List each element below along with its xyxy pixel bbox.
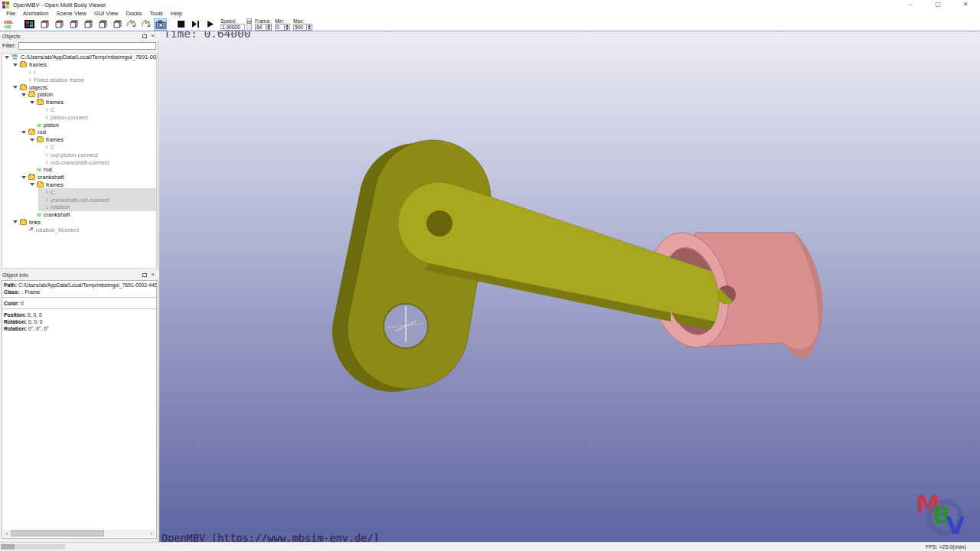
tree-item-content: frames bbox=[13, 61, 156, 69]
tree-item-links[interactable]: links bbox=[2, 219, 156, 227]
expand-arrow-icon[interactable] bbox=[30, 101, 34, 104]
tree-item-fixed-relative-frame[interactable]: ↓Fixed relative frame bbox=[2, 76, 156, 83]
rotate-cw-button[interactable] bbox=[139, 18, 152, 31]
tree-item-frames[interactable]: frames bbox=[2, 136, 156, 144]
close-button[interactable]: ✕ bbox=[960, 1, 971, 8]
menu-file[interactable]: File bbox=[2, 10, 19, 17]
folder-icon bbox=[28, 92, 35, 97]
menu-help[interactable]: Help bbox=[167, 10, 186, 17]
body-iv-icon: iv bbox=[37, 212, 41, 217]
camera-button[interactable] bbox=[154, 18, 167, 31]
tree-item-rotation-moment[interactable]: ↗rotation_Moment bbox=[2, 226, 156, 233]
expand-arrow-icon[interactable] bbox=[13, 86, 18, 89]
object-info-title: Object Info bbox=[2, 272, 28, 278]
tree-item-label: piston-connect bbox=[51, 114, 88, 121]
body-iv-icon: iv bbox=[37, 167, 41, 172]
max-input[interactable]: 500 bbox=[293, 24, 307, 31]
play-button[interactable] bbox=[204, 18, 217, 31]
open-file-button[interactable]: XMLHS bbox=[2, 18, 15, 31]
min-spinner[interactable] bbox=[285, 24, 290, 31]
tree-item-c[interactable]: ↓C bbox=[2, 188, 156, 196]
tree-item-content: crankshaft bbox=[21, 174, 156, 181]
view-front-button[interactable] bbox=[67, 18, 80, 31]
tree-item-rod-crankshaft-connect[interactable]: ↓rod-crankshaft-connect bbox=[2, 158, 156, 166]
view-back-button[interactable] bbox=[81, 18, 94, 31]
tree-item-frames[interactable]: frames bbox=[2, 61, 156, 69]
last-frame-button[interactable] bbox=[189, 18, 202, 31]
rotate-ccw-button[interactable] bbox=[125, 18, 138, 31]
expand-arrow-icon[interactable] bbox=[5, 56, 9, 59]
tree-item-crankshaft[interactable]: crankshaft bbox=[2, 174, 156, 181]
tree-item-rod[interactable]: ivrod bbox=[2, 166, 156, 174]
tree-item-crankshaft-rod-connect[interactable]: ↓crankshaft-rod-connect bbox=[2, 196, 156, 204]
objects-float-icon[interactable] bbox=[142, 34, 147, 38]
view-top-button[interactable] bbox=[38, 18, 51, 31]
maximize-button[interactable]: ▢ bbox=[933, 1, 943, 8]
folder-icon bbox=[20, 220, 27, 225]
expand-arrow-icon[interactable] bbox=[21, 131, 26, 134]
object-info-close-icon[interactable]: × bbox=[151, 272, 155, 278]
expand-arrow-icon[interactable] bbox=[13, 64, 18, 67]
tree-item-frames[interactable]: frames bbox=[2, 181, 156, 189]
frame-control: Frame: 64 bbox=[255, 18, 272, 31]
object-color: Color: 0 bbox=[2, 300, 156, 307]
max-spinner[interactable] bbox=[307, 24, 312, 31]
tree-item-content: frames bbox=[30, 181, 156, 189]
tree-item-piston[interactable]: piston bbox=[2, 91, 156, 99]
menu-gui-view[interactable]: GUI View bbox=[90, 10, 122, 17]
tree-item-label: frames bbox=[46, 99, 64, 106]
scroll-right-icon[interactable]: › bbox=[148, 531, 155, 536]
tree-item-frames[interactable]: frames bbox=[2, 99, 156, 106]
expand-arrow-icon[interactable] bbox=[30, 183, 34, 186]
frame-icon: ↓ bbox=[45, 114, 48, 120]
3d-viewport[interactable]: Time: 0.64000 OpenMBV [https://www.mbsim… bbox=[159, 31, 980, 542]
tree-item-rod[interactable]: rod bbox=[2, 129, 156, 136]
objects-close-icon[interactable]: × bbox=[151, 33, 155, 39]
menu-docks[interactable]: Docks bbox=[122, 10, 145, 17]
frame-input[interactable]: 64 bbox=[255, 24, 266, 31]
tree-item-c-users-ab-appdata-local-temp-mbsimgui-7[interactable]: XMLHSC:/Users/ab/AppData/Local/Temp/mbsi… bbox=[2, 54, 156, 61]
view-right-button[interactable] bbox=[110, 18, 123, 31]
view-top-icon bbox=[39, 19, 50, 29]
menu-scene-view[interactable]: Scene View bbox=[52, 10, 90, 17]
openmbv-window: OpenMBV - Open Multi Body Viewer –▢✕ Fil… bbox=[0, 0, 980, 551]
expand-arrow-icon[interactable] bbox=[13, 220, 18, 223]
tree-item-c[interactable]: ↓C bbox=[2, 144, 156, 152]
view-left-button[interactable] bbox=[96, 18, 109, 31]
background-color-button[interactable] bbox=[23, 18, 36, 31]
tree-item-i[interactable]: ↓I bbox=[2, 69, 156, 77]
speed-slider[interactable] bbox=[247, 18, 252, 31]
fps-display: FPS: >25.0(max) bbox=[926, 544, 980, 549]
frame-spinner[interactable] bbox=[266, 24, 272, 31]
expand-arrow-icon[interactable] bbox=[30, 139, 34, 142]
tree-item-content: piston bbox=[21, 91, 156, 99]
minimize-button[interactable]: – bbox=[905, 1, 916, 8]
object-info-hscrollbar[interactable]: ‹ › bbox=[3, 530, 155, 537]
menu-tools[interactable]: Tools bbox=[145, 10, 167, 17]
tree-item-label: C:/Users/ab/AppData/Local/Temp/mbsimgui_… bbox=[21, 54, 157, 60]
filter-input[interactable] bbox=[18, 42, 157, 50]
stop-button[interactable] bbox=[175, 18, 188, 31]
min-input[interactable]: 0 bbox=[275, 24, 285, 31]
tree-item-content: links bbox=[13, 219, 156, 227]
expand-arrow-icon[interactable] bbox=[21, 176, 26, 179]
filter-row: Filter: bbox=[0, 41, 158, 51]
tree-item-rod-piston-connect[interactable]: ↓rod-piston-connect bbox=[2, 151, 156, 158]
tree-item-objects[interactable]: objects bbox=[2, 83, 156, 91]
tree-item-c[interactable]: ↓C bbox=[2, 106, 156, 114]
scroll-left-icon[interactable]: ‹ bbox=[3, 531, 11, 536]
tree-item-crankshaft[interactable]: ivcrankshaft bbox=[2, 211, 156, 219]
tree-item-rotation[interactable]: ↓rotation bbox=[2, 204, 156, 211]
tree-item-piston[interactable]: ivpiston bbox=[2, 121, 156, 129]
tree-item-piston-connect[interactable]: ↓piston-connect bbox=[2, 113, 156, 121]
menu-animation[interactable]: Animation bbox=[19, 10, 52, 17]
tree-item-label: rod-crankshaft-connect bbox=[51, 159, 109, 166]
hscroll-thumb[interactable] bbox=[11, 530, 104, 536]
view-bottom-button[interactable] bbox=[52, 18, 65, 31]
tree-item-label: objects bbox=[29, 84, 47, 91]
expand-arrow-icon[interactable] bbox=[21, 93, 26, 96]
object-rotation-rad: Rotation: 0, 0, 0 bbox=[2, 318, 156, 325]
object-info-float-icon[interactable] bbox=[142, 273, 147, 277]
speed-input[interactable]: 1.00000 bbox=[220, 24, 245, 31]
rotate-cw-icon bbox=[141, 19, 151, 29]
